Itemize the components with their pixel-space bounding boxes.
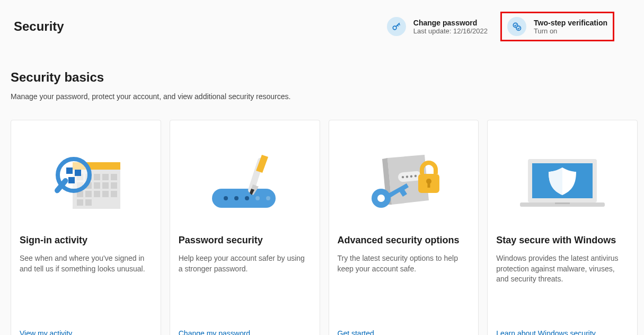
svg-line-2 bbox=[399, 24, 400, 25]
card-description: Windows provides the latest antivirus pr… bbox=[496, 253, 629, 320]
svg-line-3 bbox=[397, 25, 398, 27]
svg-rect-21 bbox=[102, 191, 109, 197]
action-text: Two-step verification Turn on bbox=[534, 19, 607, 35]
svg-rect-16 bbox=[102, 182, 109, 189]
card-title: Password security bbox=[179, 235, 311, 246]
view-activity-link[interactable]: View my activity bbox=[20, 325, 152, 335]
svg-point-34 bbox=[255, 196, 260, 200]
svg-rect-19 bbox=[85, 191, 92, 197]
svg-rect-28 bbox=[68, 177, 75, 183]
header-actions: Change password Last update: 12/16/2022 … bbox=[385, 15, 609, 38]
action-subtitle: Turn on bbox=[534, 27, 607, 35]
laptop-shield-icon bbox=[496, 129, 629, 235]
two-step-icon bbox=[507, 17, 526, 36]
change-password-link[interactable]: Change my password bbox=[179, 325, 311, 335]
action-subtitle: Last update: 12/16/2022 bbox=[413, 27, 488, 35]
svg-point-46 bbox=[377, 195, 385, 202]
svg-rect-24 bbox=[85, 199, 92, 206]
password-security-card: Password security Help keep your account… bbox=[170, 120, 320, 335]
card-title: Sign-in activity bbox=[20, 235, 152, 246]
cards-row: Sign-in activity See when and where you'… bbox=[11, 120, 638, 335]
stay-secure-card: Stay secure with Windows Windows provide… bbox=[487, 120, 638, 335]
svg-rect-44 bbox=[428, 181, 430, 188]
svg-rect-17 bbox=[111, 182, 117, 189]
svg-rect-50 bbox=[555, 202, 570, 204]
advanced-security-card: Advanced security options Try the latest… bbox=[329, 120, 479, 335]
svg-rect-10 bbox=[94, 174, 100, 180]
svg-rect-20 bbox=[94, 191, 100, 197]
svg-rect-22 bbox=[111, 191, 117, 197]
card-title: Stay secure with Windows bbox=[496, 235, 629, 246]
svg-point-31 bbox=[224, 196, 228, 200]
section-heading: Security basics Manage your password, pr… bbox=[11, 70, 644, 101]
card-description: See when and where you've signed in and … bbox=[20, 253, 152, 320]
section-description: Manage your password, protect your accou… bbox=[11, 92, 644, 101]
svg-rect-27 bbox=[75, 170, 81, 176]
svg-point-32 bbox=[234, 196, 239, 200]
password-pen-icon bbox=[179, 129, 311, 235]
card-title: Advanced security options bbox=[338, 235, 470, 246]
change-password-action[interactable]: Change password Last update: 12/16/2022 bbox=[385, 15, 490, 38]
svg-rect-15 bbox=[94, 182, 100, 189]
page-title: Security bbox=[14, 19, 64, 34]
learn-windows-security-link[interactable]: Learn about Windows security bbox=[496, 325, 629, 335]
page-header: Security Change password Last update: 12… bbox=[0, 0, 644, 38]
svg-rect-12 bbox=[111, 174, 117, 180]
svg-rect-26 bbox=[66, 168, 73, 174]
action-text: Change password Last update: 12/16/2022 bbox=[413, 19, 488, 35]
svg-rect-23 bbox=[77, 199, 83, 206]
svg-point-35 bbox=[266, 196, 270, 200]
two-step-verification-action[interactable]: Two-step verification Turn on bbox=[500, 12, 614, 41]
get-started-link[interactable]: Get started bbox=[338, 325, 470, 335]
svg-point-5 bbox=[516, 26, 521, 30]
svg-rect-11 bbox=[102, 174, 109, 180]
action-title: Two-step verification bbox=[534, 19, 607, 27]
svg-line-1 bbox=[396, 23, 400, 27]
svg-point-33 bbox=[245, 196, 249, 200]
calendar-magnifier-icon bbox=[20, 129, 152, 235]
section-title: Security basics bbox=[11, 70, 644, 85]
key-icon bbox=[387, 17, 406, 36]
key-lock-book-icon bbox=[338, 129, 470, 235]
action-title: Change password bbox=[413, 19, 488, 27]
signin-activity-card: Sign-in activity See when and where you'… bbox=[11, 120, 161, 335]
card-description: Try the latest security options to help … bbox=[338, 253, 470, 320]
card-description: Help keep your account safer by using a … bbox=[179, 253, 311, 320]
